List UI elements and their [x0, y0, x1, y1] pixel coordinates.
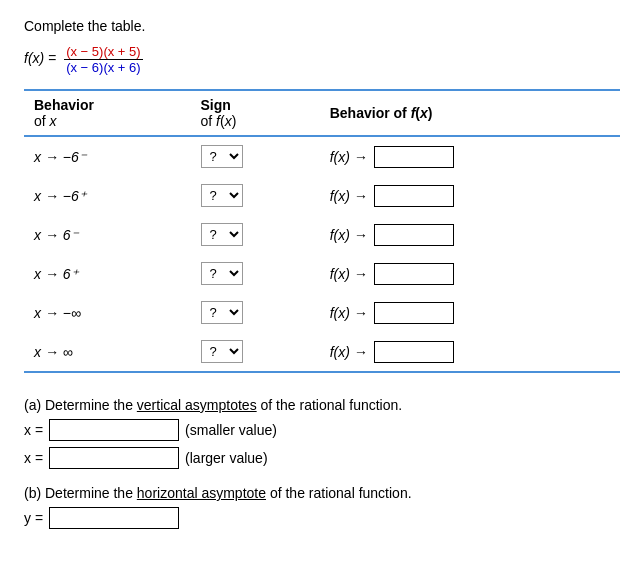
result-cell-3: f(x) → — [320, 254, 620, 293]
sign-cell-3: ?+− — [191, 254, 320, 293]
behavior-cell-2: x → 6⁻ — [24, 215, 191, 254]
result-cell-5: f(x) → — [320, 332, 620, 372]
header-behavior-fx: Behavior of f(x) — [320, 90, 620, 136]
sign-cell-4: ?+− — [191, 293, 320, 332]
sign-cell-5: ?+− — [191, 332, 320, 372]
result-prefix-4: f(x) → — [330, 305, 368, 321]
sign-cell-1: ?+− — [191, 176, 320, 215]
part-b-section: (b) Determine the horizontal asymptote o… — [24, 485, 620, 529]
x2-row: x = (larger value) — [24, 447, 620, 469]
formula-numerator: (x − 5)(x + 5) — [64, 44, 142, 60]
sign-cell-0: ?+− — [191, 136, 320, 176]
table-row: x → −6⁻?+−f(x) → — [24, 136, 620, 176]
result-prefix-2: f(x) → — [330, 227, 368, 243]
result-input-1[interactable] — [374, 185, 454, 207]
result-input-0[interactable] — [374, 146, 454, 168]
header-behavior: Behaviorof x — [24, 90, 191, 136]
table-row: x → −∞?+−f(x) → — [24, 293, 620, 332]
formula-lhs: f(x) = — [24, 50, 56, 66]
behavior-cell-0: x → −6⁻ — [24, 136, 191, 176]
table-row: x → ∞?+−f(x) → — [24, 332, 620, 372]
result-prefix-1: f(x) → — [330, 188, 368, 204]
y-input[interactable] — [49, 507, 179, 529]
part-a-section: (a) Determine the vertical asymptotes of… — [24, 397, 620, 469]
result-cell-1: f(x) → — [320, 176, 620, 215]
part-b-text: (b) Determine the horizontal asymptote o… — [24, 485, 412, 501]
x2-input[interactable] — [49, 447, 179, 469]
result-cell-4: f(x) → — [320, 293, 620, 332]
sign-select-1[interactable]: ?+− — [201, 184, 243, 207]
sign-select-5[interactable]: ?+− — [201, 340, 243, 363]
result-prefix-3: f(x) → — [330, 266, 368, 282]
sign-select-4[interactable]: ?+− — [201, 301, 243, 324]
sign-select-0[interactable]: ?+− — [201, 145, 243, 168]
formula: f(x) = (x − 5)(x + 5) (x − 6)(x + 6) — [24, 44, 620, 75]
result-input-3[interactable] — [374, 263, 454, 285]
x1-row: x = (smaller value) — [24, 419, 620, 441]
x1-input[interactable] — [49, 419, 179, 441]
behavior-cell-1: x → −6⁺ — [24, 176, 191, 215]
sign-cell-2: ?+− — [191, 215, 320, 254]
result-input-4[interactable] — [374, 302, 454, 324]
behavior-cell-5: x → ∞ — [24, 332, 191, 372]
part-a-text: (a) Determine the vertical asymptotes of… — [24, 397, 402, 413]
result-prefix-5: f(x) → — [330, 344, 368, 360]
table-row: x → 6⁻?+−f(x) → — [24, 215, 620, 254]
instruction: Complete the table. — [24, 18, 620, 34]
result-input-5[interactable] — [374, 341, 454, 363]
result-input-2[interactable] — [374, 224, 454, 246]
y-label: y = — [24, 510, 43, 526]
x2-hint: (larger value) — [185, 450, 267, 466]
result-prefix-0: f(x) → — [330, 149, 368, 165]
part-b-label: (b) Determine the horizontal asymptote o… — [24, 485, 620, 501]
formula-fraction: (x − 5)(x + 5) (x − 6)(x + 6) — [64, 44, 142, 75]
sign-select-2[interactable]: ?+− — [201, 223, 243, 246]
header-sign: Signof f(x) — [191, 90, 320, 136]
behavior-cell-4: x → −∞ — [24, 293, 191, 332]
table-header-row: Behaviorof x Signof f(x) Behavior of f(x… — [24, 90, 620, 136]
behavior-cell-3: x → 6⁺ — [24, 254, 191, 293]
result-cell-2: f(x) → — [320, 215, 620, 254]
table-row: x → −6⁺?+−f(x) → — [24, 176, 620, 215]
formula-denominator: (x − 6)(x + 6) — [64, 60, 142, 75]
behavior-table: Behaviorof x Signof f(x) Behavior of f(x… — [24, 89, 620, 373]
x1-label: x = — [24, 422, 43, 438]
table-row: x → 6⁺?+−f(x) → — [24, 254, 620, 293]
x1-hint: (smaller value) — [185, 422, 277, 438]
sign-select-3[interactable]: ?+− — [201, 262, 243, 285]
y-row: y = — [24, 507, 620, 529]
part-a-label: (a) Determine the vertical asymptotes of… — [24, 397, 620, 413]
x2-label: x = — [24, 450, 43, 466]
result-cell-0: f(x) → — [320, 136, 620, 176]
